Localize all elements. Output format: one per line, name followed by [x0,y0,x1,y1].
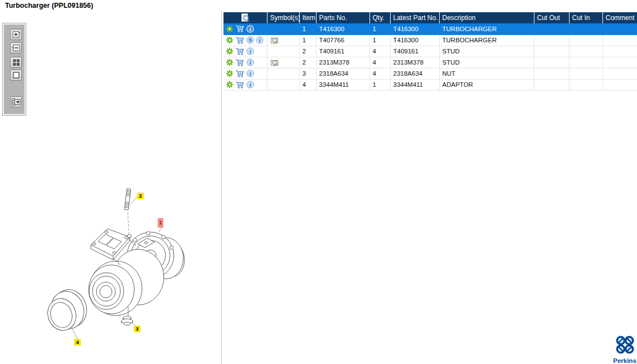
callout-item-2[interactable]: 2 [137,193,144,199]
table-row-t416300[interactable]: 1 T416300 1 T416300 TURBOCHARGER [223,23,637,35]
toggle-list-panel-icon [11,97,21,106]
add-to-cart-icon[interactable] [235,47,245,56]
diagram-panel: 2 1 3 4 [0,10,221,364]
perkins-logo-icon [615,335,635,355]
app-window: Turbocharger (PPL091856) [0,0,637,364]
table-row-3344m411[interactable]: 4 3344M411 1 3344M411 ADAPTOR [223,79,637,90]
fit-to-window-button[interactable] [10,70,22,81]
part-info-icon[interactable] [246,81,254,88]
column-header-symbols: Symbol(s) [267,12,299,23]
part-options-gear-icon[interactable] [226,47,234,55]
table-row-t407766[interactable]: 1 T407766 1 T416300 TURBOCHARGER [223,35,637,46]
column-header-description: Description [439,12,534,23]
table-header-row: Symbol(s) Item Parts No. Qty. Latest Par… [223,12,637,23]
symbol-book-magnifier-icon[interactable] [270,58,279,67]
column-header-cut-out: Cut Out [534,12,569,23]
column-header-comment: Comment [602,12,637,23]
column-header-selector [223,12,267,23]
add-to-cart-icon[interactable] [235,36,245,45]
column-header-item: Item [299,12,316,23]
tile-views-button[interactable] [10,57,22,68]
fit-to-window-icon [12,71,21,80]
zoom-in-icon [12,30,21,39]
add-to-cart-icon[interactable] [235,70,245,78]
brand-name: Perkins [612,357,637,364]
part-options-gear-icon[interactable] [226,36,234,44]
part-options-gear-icon[interactable] [226,81,234,88]
part-info-icon[interactable] [246,25,254,33]
add-to-cart-icon[interactable] [235,58,245,67]
diagram-toolbar [3,23,26,115]
document-search-icon [240,13,250,23]
brand-block: Perkins [612,335,637,364]
zoom-out-button[interactable] [10,42,22,53]
callout-item-3[interactable]: 3 [134,326,140,332]
column-header-cut-in: Cut In [569,12,602,23]
callout-item-1-selected[interactable]: 1 [158,218,163,228]
add-to-cart-icon[interactable] [235,24,245,33]
supersession-badge-icon[interactable] [246,36,254,44]
tile-views-icon [12,58,21,67]
turbocharger-line-drawing [0,10,221,364]
add-to-cart-icon[interactable] [235,81,245,89]
column-header-qty: Qty. [369,12,390,23]
part-info-icon[interactable] [246,58,254,66]
parts-table: Symbol(s) Item Parts No. Qty. Latest Par… [223,12,637,91]
callout-item-4[interactable]: 4 [74,339,81,346]
zoom-in-button[interactable] [10,29,22,40]
column-header-parts-no: Parts No. [316,12,369,23]
part-options-gear-icon[interactable] [226,70,234,77]
part-options-gear-icon[interactable] [226,58,234,66]
part-options-gear-icon[interactable] [226,25,234,33]
table-row-t409161[interactable]: 2 T409161 4 T409161 STUD [223,46,637,57]
toggle-list-panel-button[interactable] [10,96,22,107]
column-header-latest-part-no: Latest Part No. [390,12,439,23]
zoom-out-icon [12,43,21,52]
table-row-2313m378[interactable]: 2 2313M378 4 2313M378 STUD [223,57,637,68]
symbol-book-magnifier-icon[interactable] [270,36,279,45]
part-info-icon[interactable] [246,47,254,55]
table-row-2318a634[interactable]: 3 2318A634 4 2318A634 NUT [223,68,637,79]
page-title: Turbocharger (PPL091856) [5,2,93,9]
part-info-icon[interactable] [246,70,254,77]
panel-divider [221,10,222,364]
part-info-icon[interactable] [256,36,264,44]
